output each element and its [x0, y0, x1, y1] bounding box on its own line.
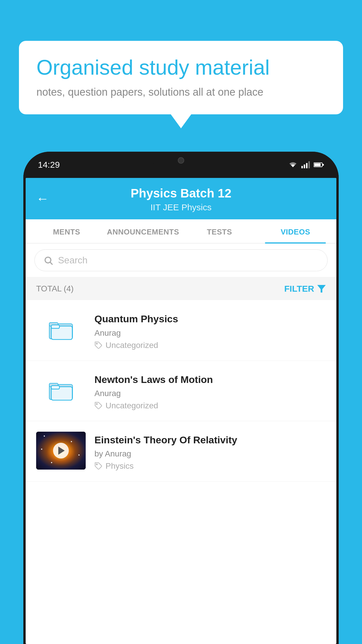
status-bar: 14:29 — [23, 152, 339, 178]
tag-icon — [94, 341, 103, 349]
tag-label: Uncategorized — [106, 341, 158, 350]
video-author: Anurag — [94, 328, 326, 338]
video-author: Anurag — [94, 389, 326, 398]
search-placeholder: Search — [58, 255, 87, 266]
camera — [178, 157, 184, 164]
video-title: Newton's Laws of Motion — [94, 373, 326, 386]
folder-icon — [48, 318, 74, 341]
svg-point-20 — [96, 464, 97, 465]
filter-icon — [317, 285, 326, 293]
status-icons — [288, 161, 324, 168]
filter-label: FILTER — [284, 284, 314, 294]
svg-rect-2 — [306, 163, 307, 168]
search-bar: Search — [26, 244, 336, 277]
svg-rect-0 — [301, 166, 303, 168]
video-tag: Uncategorized — [94, 341, 326, 350]
total-count: TOTAL (4) — [36, 284, 74, 293]
video-title: Einstein's Theory Of Relativity — [94, 433, 326, 446]
svg-marker-9 — [317, 285, 326, 293]
play-button[interactable] — [53, 443, 69, 459]
header-title: Physics Batch 12 — [37, 186, 325, 201]
clock: 14:29 — [38, 160, 60, 170]
folder-icon — [48, 379, 74, 402]
video-info: Einstein's Theory Of Relativity by Anura… — [94, 432, 326, 471]
screen: ← Physics Batch 12 IIT JEE Physics MENTS… — [26, 178, 336, 644]
tag-icon — [94, 402, 103, 410]
video-info: Quantum Physics Anurag Uncategorized — [94, 311, 326, 350]
folder-thumbnail — [36, 371, 86, 409]
video-thumbnail — [36, 432, 86, 470]
tab-bar: MENTS ANNOUNCEMENTS TESTS VIDEOS — [26, 219, 336, 244]
phone-frame: 14:29 — [23, 152, 339, 644]
app-header: ← Physics Batch 12 IIT JEE Physics — [26, 178, 336, 219]
filter-button[interactable]: FILTER — [284, 284, 326, 294]
svg-point-19 — [96, 403, 97, 405]
bubble-title: Organised study material — [36, 55, 326, 80]
video-tag: Physics — [94, 461, 326, 471]
tag-label: Uncategorized — [106, 401, 158, 410]
play-icon — [58, 447, 65, 455]
tab-tests[interactable]: TESTS — [181, 219, 257, 243]
svg-rect-1 — [304, 164, 305, 168]
bubble-subtitle: notes, question papers, solutions all at… — [36, 86, 326, 98]
tag-label: Physics — [106, 461, 133, 471]
video-list: Quantum Physics Anurag Uncategorized — [26, 300, 336, 482]
tag-icon — [94, 462, 103, 470]
video-info: Newton's Laws of Motion Anurag Uncategor… — [94, 371, 326, 410]
folder-thumbnail — [36, 311, 86, 349]
video-tag: Uncategorized — [94, 401, 326, 410]
tab-ments[interactable]: MENTS — [29, 219, 105, 243]
tab-videos[interactable]: VIDEOS — [257, 219, 333, 243]
signal-icon — [301, 161, 310, 168]
wifi-icon — [288, 161, 298, 168]
list-item[interactable]: Einstein's Theory Of Relativity by Anura… — [26, 421, 336, 482]
header-subtitle: IIT JEE Physics — [37, 202, 325, 212]
search-icon — [43, 256, 53, 265]
svg-rect-13 — [51, 325, 59, 328]
battery-icon — [314, 162, 324, 167]
svg-point-14 — [96, 343, 97, 344]
phone-notch — [152, 152, 210, 169]
svg-rect-18 — [51, 386, 59, 389]
video-author: by Anurag — [94, 449, 326, 459]
svg-line-8 — [50, 262, 52, 265]
svg-rect-5 — [314, 163, 321, 166]
speech-bubble: Organised study material notes, question… — [19, 41, 343, 114]
list-item[interactable]: Quantum Physics Anurag Uncategorized — [26, 300, 336, 360]
video-title: Quantum Physics — [94, 312, 326, 325]
list-item[interactable]: Newton's Laws of Motion Anurag Uncategor… — [26, 361, 336, 421]
speech-bubble-container: Organised study material notes, question… — [19, 41, 343, 114]
svg-rect-3 — [308, 161, 310, 168]
back-button[interactable]: ← — [36, 191, 49, 206]
svg-rect-6 — [323, 164, 324, 166]
filter-bar: TOTAL (4) FILTER — [26, 277, 336, 300]
svg-point-7 — [45, 257, 51, 263]
search-input-wrapper[interactable]: Search — [34, 249, 328, 271]
tab-announcements[interactable]: ANNOUNCEMENTS — [105, 219, 182, 243]
